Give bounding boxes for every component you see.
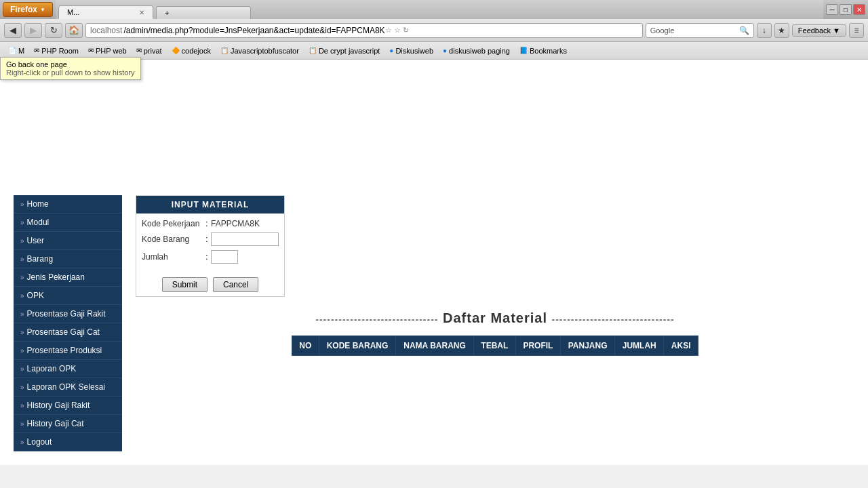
bookmark-decrypt-icon: 📋: [309, 47, 317, 54]
sidebar-item-opk[interactable]: » OPK: [14, 287, 122, 305]
daftar-material-section: -------------------------------- Daftar …: [136, 310, 854, 356]
sidebar-label-user: User: [27, 236, 44, 245]
sidebar-label-hgc: History Gaji Cat: [27, 419, 84, 428]
bookmark-privat[interactable]: ✉ privat: [132, 45, 166, 56]
home-button[interactable]: 🏠: [65, 23, 83, 38]
jumlah-colon: :: [203, 252, 211, 262]
tab-title: M...: [67, 8, 79, 16]
sidebar-label-modul: Modul: [27, 218, 50, 227]
minimize-button[interactable]: ─: [826, 4, 838, 15]
bookmark-decrypt[interactable]: 📋 De crypt javascript: [304, 45, 384, 56]
maximize-button[interactable]: □: [840, 4, 852, 15]
sidebar-item-prosentase-gaji-rakit[interactable]: » Prosentase Gaji Rakit: [14, 305, 122, 323]
bookmark-codejock-label: codejock: [182, 47, 211, 55]
menu-button[interactable]: ≡: [849, 23, 864, 38]
sidebar-label-pgr: Prosentase Gaji Rakit: [27, 309, 106, 319]
bookmark-codejock-icon: 🔶: [172, 47, 180, 54]
search-bar[interactable]: Google 🔍: [646, 23, 754, 38]
bookmark-codejock[interactable]: 🔶 codejock: [167, 45, 215, 56]
sidebar-arrow-los: »: [20, 384, 24, 391]
input-material-form: INPUT MATERIAL Kode Pekerjaan : FAPPCMA8…: [136, 195, 285, 297]
sidebar-arrow-modul: »: [20, 219, 24, 226]
sidebar-label-hgr: History Gaji Rakit: [27, 401, 90, 410]
bookmark-star-icon: ☆: [385, 26, 392, 35]
sidebar-label-home: Home: [27, 199, 49, 209]
kode-pekerjaan-value: FAPPCMA8K: [211, 219, 260, 228]
bookmark-php-web[interactable]: ✉ PHP web: [84, 45, 131, 56]
table-header-row: NO KODE BARANG NAMA BARANG TEBAL PROFIL …: [292, 336, 698, 356]
new-tab-icon: +: [165, 9, 169, 17]
bookmarks-button[interactable]: ★: [774, 23, 789, 38]
submit-button[interactable]: Submit: [162, 277, 208, 292]
sidebar-arrow-pgr: »: [20, 310, 24, 318]
bookmark-privat-label: privat: [144, 47, 162, 55]
sidebar-label-opk: OPK: [27, 291, 44, 300]
form-buttons: Submit Cancel: [136, 273, 284, 296]
sidebar-label-pp: Prosentase Produksi: [27, 346, 102, 355]
cancel-button[interactable]: Cancel: [213, 277, 258, 292]
kode-barang-input[interactable]: [211, 232, 279, 246]
search-engine-label: Google: [650, 26, 674, 35]
bookmark-php-room[interactable]: ✉ PHP Room: [30, 45, 83, 56]
bookmark-diskusiweb-paging-label: diskusiweb paging: [449, 47, 510, 55]
sidebar-label-jenis: Jenis Pekerjaan: [27, 272, 85, 282]
bookmark-bookmarks-icon: 📘: [519, 47, 528, 54]
close-button[interactable]: ✕: [853, 4, 865, 15]
material-table: NO KODE BARANG NAMA BARANG TEBAL PROFIL …: [292, 336, 698, 356]
bookmark-bookmarks[interactable]: 📘 Bookmarks: [515, 45, 571, 56]
reload-button[interactable]: ↻: [45, 23, 62, 38]
tooltip-line2: Right-click or pull down to show history: [6, 68, 135, 77]
sidebar-item-barang[interactable]: » Barang: [14, 250, 122, 268]
sidebar-item-history-gaji-rakit[interactable]: » History Gaji Rakit: [14, 396, 122, 415]
sidebar-item-laporan-opk-selesai[interactable]: » Laporan OPK Selesai: [14, 378, 122, 396]
sidebar-item-laporan-opk[interactable]: » Laporan OPK: [14, 360, 122, 378]
address-bar[interactable]: localhost /admin/media.php?module=JnsPek…: [85, 23, 643, 38]
sidebar-item-user[interactable]: » User: [14, 232, 122, 250]
sidebar-item-jenis-pekerjaan[interactable]: » Jenis Pekerjaan: [14, 268, 122, 287]
kode-barang-label: Kode Barang: [142, 235, 203, 244]
bookmark-js-label: Javascriptobfuscator: [231, 47, 299, 55]
bookmark-php-web-icon: ✉: [88, 47, 94, 54]
firefox-button[interactable]: Firefox ▼: [3, 2, 53, 17]
bookmark-javascriptobfuscator[interactable]: 📋 Javascriptobfuscator: [216, 45, 303, 56]
feedback-button[interactable]: Feedback ▼: [792, 24, 846, 37]
col-nama-barang: NAMA BARANG: [396, 336, 474, 356]
address-icons: ☆ ☆ ↻: [385, 26, 409, 35]
back-button[interactable]: ◀: [4, 23, 22, 38]
bookmark-star2-icon: ☆: [394, 26, 401, 35]
col-no: NO: [292, 336, 319, 356]
new-tab-button[interactable]: +: [156, 6, 251, 19]
search-icon: 🔍: [739, 26, 749, 35]
sidebar-arrow-home: »: [20, 201, 24, 208]
bookmark-php-room-icon: ✉: [34, 47, 39, 54]
kode-barang-row: Kode Barang :: [142, 232, 279, 246]
sidebar-arrow-user: »: [20, 237, 24, 245]
sidebar-arrow-pp: »: [20, 347, 24, 354]
jumlah-row: Jumlah :: [142, 250, 279, 264]
sidebar: » Home » Modul » User » Barang » Jenis P…: [14, 195, 122, 451]
page-content: » Home » Modul » User » Barang » Jenis P…: [0, 60, 868, 465]
forward-button[interactable]: ▶: [24, 23, 42, 38]
feedback-label: Feedback: [798, 26, 831, 35]
download-button[interactable]: ↓: [757, 23, 772, 38]
active-tab[interactable]: M... ✕: [58, 5, 153, 19]
sidebar-item-home[interactable]: » Home: [14, 195, 122, 214]
bookmark-diskusiweb[interactable]: ● Diskusiweb: [385, 45, 437, 56]
sidebar-item-prosentase-gaji-cat[interactable]: » Prosentase Gaji Cat: [14, 323, 122, 342]
feedback-dropdown-icon: ▼: [833, 26, 840, 35]
sidebar-arrow-hgc: »: [20, 420, 24, 428]
bookmark-m[interactable]: 📄 M: [4, 45, 28, 56]
sidebar-item-history-gaji-cat[interactable]: » History Gaji Cat: [14, 415, 122, 433]
bookmark-m-label: M: [18, 47, 24, 55]
sidebar-item-modul[interactable]: » Modul: [14, 214, 122, 232]
sidebar-label-los: Laporan OPK Selesai: [27, 382, 105, 392]
refresh-icon: ↻: [403, 26, 409, 35]
sidebar-arrow-logout: »: [20, 439, 24, 446]
sidebar-item-logout[interactable]: » Logout: [14, 433, 122, 451]
sidebar-item-prosentase-produksi[interactable]: » Prosentase Produksi: [14, 342, 122, 360]
bookmark-diskusiweb-paging[interactable]: ● diskusiweb paging: [439, 45, 514, 56]
tab-close-button[interactable]: ✕: [139, 9, 144, 16]
sidebar-arrow-hgr: »: [20, 402, 24, 409]
sidebar-arrow-jenis: »: [20, 274, 24, 281]
jumlah-input[interactable]: [211, 250, 238, 264]
